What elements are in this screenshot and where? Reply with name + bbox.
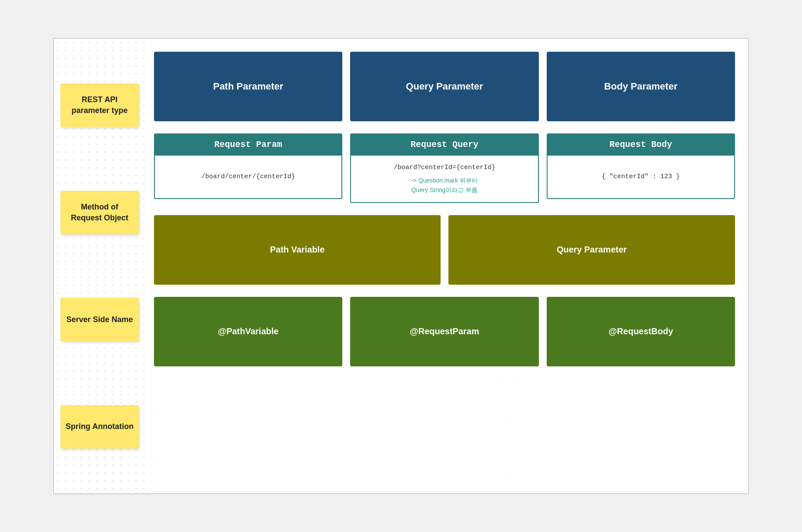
request-body-json: { "centerId" : 123 } bbox=[602, 172, 680, 182]
rest-api-label: REST API parameter type bbox=[65, 94, 134, 116]
body-parameter-box: Body Parameter bbox=[547, 52, 735, 121]
request-query-header: Request Query bbox=[350, 133, 538, 156]
request-param-header-label: Request Param bbox=[214, 140, 282, 150]
sticky-method: Method of Request Object bbox=[60, 191, 139, 234]
sticky-spring: Spring Annotation bbox=[60, 405, 139, 449]
request-query-col: Request Query /board?centerId={centerId}… bbox=[350, 133, 538, 203]
diagram-container: REST API parameter type Method of Reques… bbox=[53, 38, 749, 494]
request-body-body: { "centerId" : 123 } bbox=[547, 156, 735, 199]
query-parameter-box: Query Parameter bbox=[350, 52, 538, 121]
path-parameter-label: Path Parameter bbox=[213, 81, 283, 92]
spring-label: Spring Annotation bbox=[66, 421, 134, 432]
request-param-url: /board/center/{centerId} bbox=[201, 172, 295, 182]
header-row: Path Parameter Query Parameter Body Para… bbox=[154, 52, 735, 121]
request-query-url: /board?centerId={centerId} bbox=[394, 163, 495, 173]
request-query-note: -> Question mark 뒤부터 Query String이라고 부름 bbox=[411, 176, 478, 195]
request-query-header-label: Request Query bbox=[411, 140, 478, 150]
request-param-body: /board/center/{centerId} bbox=[154, 156, 342, 199]
method-row: Request Param /board/center/{centerId} R… bbox=[154, 133, 735, 203]
request-body-annotation-label: @RequestBody bbox=[608, 326, 673, 336]
method-label: Method of Request Object bbox=[65, 202, 134, 223]
path-variable-box: Path Variable bbox=[154, 215, 441, 285]
query-parameter-label: Query Parameter bbox=[406, 81, 483, 92]
query-parameter-server-label: Query Parameter bbox=[557, 245, 627, 255]
body-parameter-label: Body Parameter bbox=[604, 81, 678, 92]
request-query-body: /board?centerId={centerId} -> Question m… bbox=[350, 156, 538, 203]
request-param-annotation-label: @RequestParam bbox=[410, 326, 479, 336]
path-variable-label: Path Variable bbox=[270, 245, 325, 255]
request-param-col: Request Param /board/center/{centerId} bbox=[154, 133, 342, 203]
request-param-annotation-box: @RequestParam bbox=[350, 297, 538, 366]
request-param-header: Request Param bbox=[154, 133, 342, 156]
query-parameter-server-box: Query Parameter bbox=[448, 215, 735, 285]
path-parameter-box: Path Parameter bbox=[154, 52, 342, 121]
sticky-rest-api: REST API parameter type bbox=[60, 83, 139, 127]
sticky-server: Server Side Name bbox=[60, 298, 139, 341]
server-label: Server Side Name bbox=[66, 314, 133, 325]
request-body-col: Request Body { "centerId" : 123 } bbox=[547, 133, 735, 203]
request-body-header: Request Body bbox=[547, 133, 735, 156]
request-body-annotation-box: @RequestBody bbox=[547, 297, 735, 366]
spring-row: @PathVariable @RequestParam @RequestBody bbox=[154, 297, 735, 366]
path-variable-annotation-label: @PathVariable bbox=[218, 326, 279, 336]
request-body-header-label: Request Body bbox=[609, 140, 672, 150]
main-content: Path Parameter Query Parameter Body Para… bbox=[145, 39, 748, 493]
sidebar: REST API parameter type Method of Reques… bbox=[54, 39, 145, 493]
path-variable-annotation-box: @PathVariable bbox=[154, 297, 342, 366]
server-row: Path Variable Query Parameter bbox=[154, 215, 735, 285]
